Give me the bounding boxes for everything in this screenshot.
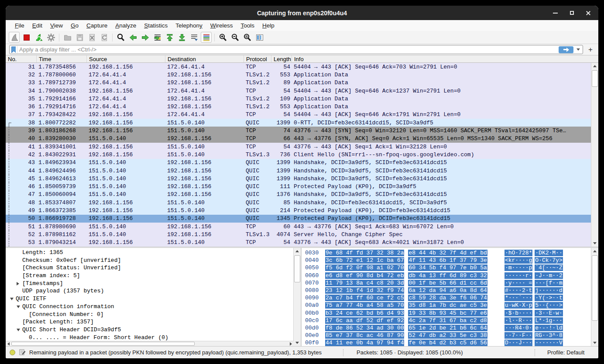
hex-bytes[interactable]: e8 44 4b 32 7f 4d ef bd (408, 250, 487, 256)
detail-tree-item[interactable]: [Timestamps] (6, 280, 293, 288)
hex-bytes[interactable]: 19 33 8b 93 45 bc 77 e6 (408, 310, 487, 316)
menu-tools[interactable]: Tools (237, 21, 259, 30)
ascii-bytes[interactable]: #····2·t (504, 287, 532, 294)
expand-open-icon[interactable] (10, 298, 16, 300)
packet-row[interactable]: 511.878980690151.5.0.140192.168.1.156TCP… (6, 223, 591, 230)
ascii-bytes[interactable]: ······r· (504, 272, 532, 279)
column-header-length[interactable]: Length (271, 55, 292, 62)
hex-bytes[interactable]: 9e 68 4f fd 37 32 38 2a (325, 250, 404, 256)
menu-analyze[interactable]: Analyze (111, 21, 140, 30)
column-header-source[interactable]: Source (87, 55, 165, 62)
packet-row[interactable]: 351.792914166172.64.41.4192.168.1.156TLS… (6, 95, 591, 103)
scroll-down-icon[interactable] (294, 340, 301, 346)
menu-statistics[interactable]: Statistics (140, 21, 172, 30)
zoom-100-icon[interactable] (242, 32, 253, 43)
detail-tree-item[interactable]: [Stream index: 5] (6, 272, 293, 280)
ascii-bytes[interactable]: ·hO·728* (504, 250, 532, 256)
packet-row[interactable]: 531.879043214192.168.1.156151.5.0.140TCP… (6, 239, 591, 247)
hex-row[interactable]: 0060e6 d8 ef 90 8d b4 72 ebdb 4a 13 ff 6… (305, 272, 591, 279)
packet-row[interactable]: 391.803186268192.168.1.156151.5.0.140TCP… (6, 127, 591, 134)
zoom-out-icon[interactable] (230, 32, 240, 43)
capture-comment-icon[interactable] (19, 348, 26, 357)
packet-row[interactable]: 441.849624496151.5.0.140192.168.1.156QUI… (6, 167, 591, 175)
hex-bytes[interactable]: 11 79 13 8a c4 c8 20 3d (325, 280, 404, 286)
hex-bytes[interactable]: e6 d8 ef 90 8d b4 72 eb (325, 272, 404, 279)
ascii-bytes[interactable]: ·······V (535, 340, 563, 346)
packet-row[interactable]: 401.839280030151.5.0.140192.168.1.156TCP… (6, 135, 591, 143)
detail-tree-item[interactable]: QUIC Short Header DCID=3a9df5 (6, 326, 293, 334)
packet-row[interactable]: 431.849623934151.5.0.140192.168.1.156QUI… (6, 159, 591, 167)
auto-scroll-icon[interactable] (189, 32, 199, 43)
ascii-bytes[interactable]: O·Ck·7y> (535, 257, 563, 264)
ascii-bytes[interactable]: ·$·b···· (504, 310, 532, 316)
ascii-bytes[interactable]: ·J··m··2 (535, 272, 563, 279)
hex-bytes[interactable]: 6a 12 da 94 a6 0a 8d 64 (408, 287, 487, 294)
display-filter-input[interactable] (19, 46, 557, 53)
restart-capture-icon[interactable] (33, 32, 44, 43)
hex-bytes[interactable]: 17 6c aa df 52 df ef 92 (325, 317, 404, 324)
menu-go[interactable]: Go (67, 21, 82, 30)
scroll-down-icon[interactable] (591, 340, 598, 346)
close-file-icon[interactable] (86, 32, 97, 43)
hex-row[interactable]: 0050f5 6d f2 0f 98 a1 02 7060 34 5b f4 9… (305, 264, 591, 271)
detail-tree-item[interactable]: UDP payload (1357 bytes) (6, 287, 293, 295)
packet-row[interactable]: 311.787354856192.168.1.156172.64.41.4TCP… (6, 63, 591, 71)
stop-capture-icon[interactable] (21, 32, 32, 43)
packet-row[interactable]: 521.878981162151.5.0.140192.168.1.156TLS… (6, 230, 591, 238)
go-to-packet-icon[interactable] (152, 32, 163, 43)
close-button[interactable] (585, 10, 591, 16)
ascii-bytes[interactable]: `4[··~·Z (535, 264, 563, 271)
ascii-bytes[interactable]: L*·1g··· (535, 317, 563, 324)
detail-tree-item[interactable]: [Checksum Status: Unverified] (6, 264, 293, 272)
menu-view[interactable]: View (46, 21, 67, 30)
detail-hscrollbar[interactable] (6, 341, 294, 346)
ascii-bytes[interactable]: ·l··R··· (504, 317, 532, 324)
hex-bytes[interactable]: 60 34 5b f4 97 7e b0 5a (408, 264, 487, 271)
title-bar[interactable]: Capturing from enp0s20f0u4u4 (6, 6, 598, 20)
detail-tree-item[interactable]: QUIC Connection information (6, 303, 293, 311)
menu-help[interactable]: Help (258, 21, 278, 30)
menu-edit[interactable]: Edit (28, 21, 46, 30)
ascii-bytes[interactable]: ·m·····p (504, 264, 532, 271)
ascii-bytes[interactable]: j······d (535, 287, 563, 294)
hex-bytes[interactable]: 52 47 db a2 33 5e c3 38 (408, 332, 487, 339)
packet-list-scrollbar[interactable] (591, 63, 598, 247)
zoom-in-icon[interactable] (217, 32, 228, 43)
hex-row[interactable]: 00403c 6b 72 e1 12 1c ba 674f 11 43 6b 1… (305, 257, 591, 264)
resize-columns-icon[interactable] (254, 32, 265, 43)
apply-filter-button[interactable] (559, 46, 573, 53)
packet-row[interactable]: 461.850059739151.5.0.140192.168.1.156QUI… (6, 182, 591, 190)
open-file-icon[interactable] (62, 32, 73, 43)
ascii-bytes[interactable]: <kr····g (504, 257, 532, 264)
packet-row[interactable]: 471.850060094151.5.0.140192.168.1.156QUI… (6, 191, 591, 199)
ascii-bytes[interactable]: ·DK2·M·· (535, 250, 563, 256)
scroll-up-icon[interactable] (294, 248, 301, 254)
hex-bytes[interactable]: 2a c7 b4 ff 60 ce f2 c5 (325, 295, 404, 301)
profile-text[interactable]: Profile: Default (535, 349, 598, 356)
maximize-button[interactable] (569, 10, 575, 16)
scroll-down-icon[interactable] (591, 240, 598, 247)
column-header-time[interactable]: Time (37, 55, 87, 62)
hex-bytes[interactable]: 4c 2a 7f 31 67 ba c2 d8 (408, 317, 487, 324)
expand-open-icon[interactable] (17, 306, 22, 308)
hex-row[interactable]: 00a075 a7 77 4b a4 58 a5 7035 d8 1a 7b d… (305, 302, 591, 309)
detail-tree-item[interactable]: Checksum: 0x0ecf [unverified] (6, 257, 293, 264)
packet-row[interactable]: 501.866919728192.168.1.156151.5.0.140QUI… (6, 215, 591, 223)
previous-packet-icon[interactable] (127, 32, 138, 43)
start-capture-icon[interactable] (9, 32, 20, 43)
ascii-bytes[interactable]: ·Y(·>··t (535, 295, 563, 301)
menu-wireless[interactable]: Wireless (206, 21, 237, 30)
hex-bytes[interactable]: 44 11 ee 0b 4a 97 94 f4 (325, 340, 404, 346)
detail-tree-item[interactable]: QUIC IETF (6, 295, 293, 303)
hex-bytes[interactable]: db 4a 13 ff 6d 89 c3 32 (408, 272, 487, 279)
hex-bytes[interactable]: 85 e7 37 8c ac 46 87 90 (325, 332, 404, 339)
hex-bytes[interactable]: b3 24 ce 62 bd b6 d4 93 (325, 310, 404, 316)
column-header-no[interactable]: No. (6, 55, 37, 62)
hex-bytes[interactable]: c8 59 28 da 3e f6 06 74 (408, 295, 487, 301)
hex-row[interactable]: 00d0f8 de 86 52 34 ad 30 0065 1e 2d be 2… (305, 324, 591, 332)
scroll-up-icon[interactable] (591, 248, 598, 254)
expand-open-icon[interactable] (17, 329, 22, 331)
hex-scrollbar[interactable] (591, 248, 598, 346)
last-packet-icon[interactable] (176, 32, 187, 43)
ascii-bytes[interactable]: ···[f··m (535, 280, 563, 286)
